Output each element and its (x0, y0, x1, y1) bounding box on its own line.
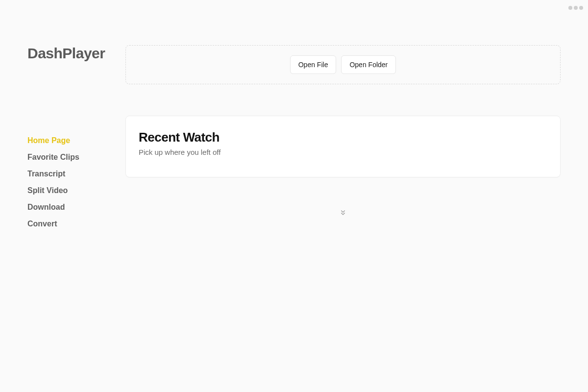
sidebar-item-transcript[interactable]: Transcript (27, 170, 114, 178)
open-folder-button[interactable]: Open Folder (341, 55, 396, 74)
sidebar-item-download[interactable]: Download (27, 203, 114, 212)
app-title: DashPlayer (27, 45, 114, 62)
sidebar: DashPlayer Home Page Favorite Clips Tran… (0, 16, 125, 392)
app-layout: DashPlayer Home Page Favorite Clips Tran… (0, 0, 588, 392)
window-dot (568, 6, 572, 10)
sidebar-item-home[interactable]: Home Page (27, 136, 114, 145)
window-dot (579, 6, 583, 10)
sidebar-nav: Home Page Favorite Clips Transcript Spli… (27, 136, 114, 228)
open-file-button[interactable]: Open File (290, 55, 337, 74)
sidebar-item-convert[interactable]: Convert (27, 220, 114, 228)
recent-watch-card: Recent Watch Pick up where you left off (125, 116, 561, 177)
file-dropzone[interactable]: Open File Open Folder (125, 45, 561, 84)
recent-watch-heading: Recent Watch (139, 130, 547, 145)
recent-watch-subheading: Pick up where you left off (139, 148, 547, 156)
chevrons-down-icon (125, 209, 561, 217)
main-content: Open File Open Folder Recent Watch Pick … (125, 16, 588, 392)
sidebar-item-favorite-clips[interactable]: Favorite Clips (27, 153, 114, 162)
titlebar (0, 0, 588, 16)
window-dot (574, 6, 578, 10)
sidebar-item-split-video[interactable]: Split Video (27, 186, 114, 195)
